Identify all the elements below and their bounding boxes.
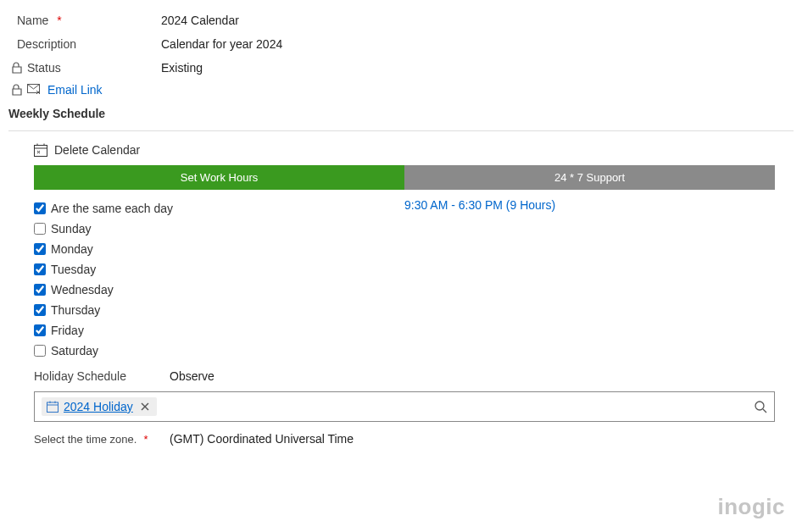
description-value[interactable]: Calendar for year 2024 — [161, 37, 282, 51]
calendar-delete-icon — [34, 143, 47, 157]
lock-icon — [12, 62, 22, 74]
checkbox-wednesday[interactable]: Wednesday — [34, 280, 404, 300]
checkbox-monday-label: Monday — [51, 242, 93, 256]
checkbox-thursday[interactable]: Thursday — [34, 300, 404, 320]
checkbox-same-each-day-label: Are the same each day — [51, 202, 173, 215]
checkbox-sunday-label: Sunday — [51, 222, 91, 236]
required-asterisk: * — [57, 14, 61, 27]
checkbox-monday-input[interactable] — [34, 243, 46, 255]
checkbox-tuesday-input[interactable] — [34, 263, 46, 275]
delete-calendar-button[interactable]: Delete Calendar — [8, 138, 794, 165]
checkbox-wednesday-label: Wednesday — [51, 283, 114, 296]
name-value[interactable]: 2024 Calendar — [161, 14, 239, 27]
holiday-tag-link[interactable]: 2024 Holiday — [64, 400, 133, 413]
timezone-label-text: Select the time zone. — [34, 433, 136, 446]
status-label-text: Status — [27, 61, 61, 75]
delete-calendar-label: Delete Calendar — [54, 143, 140, 157]
checkbox-sunday-input[interactable] — [34, 223, 46, 235]
checkbox-friday-input[interactable] — [34, 324, 46, 336]
status-value: Existing — [161, 61, 203, 75]
description-label: Description — [8, 37, 161, 51]
checkbox-friday-label: Friday — [51, 324, 84, 337]
name-label-text: Name — [17, 14, 48, 27]
required-asterisk: * — [143, 433, 148, 446]
divider — [8, 130, 794, 131]
checkbox-monday[interactable]: Monday — [34, 239, 404, 259]
day-checkboxes: Are the same each day Sunday Monday Tues… — [34, 198, 404, 361]
description-label-text: Description — [17, 37, 76, 51]
checkbox-saturday-input[interactable] — [34, 345, 46, 357]
checkbox-tuesday-label: Tuesday — [51, 263, 96, 276]
holiday-tag-remove[interactable] — [138, 402, 152, 412]
status-label: Status — [8, 61, 161, 75]
svg-line-14 — [763, 409, 766, 413]
checkbox-tuesday[interactable]: Tuesday — [34, 259, 404, 280]
holiday-schedule-label: Holiday Schedule — [34, 369, 170, 383]
checkbox-saturday[interactable]: Saturday — [34, 341, 404, 361]
checkbox-wednesday-input[interactable] — [34, 284, 46, 296]
lock-icon — [12, 84, 22, 96]
tab-set-work-hours[interactable]: Set Work Hours — [34, 165, 404, 190]
email-link[interactable]: Email Link — [47, 83, 103, 97]
holiday-schedule-value[interactable]: Observe — [170, 369, 214, 383]
field-name-row: Name * 2024 Calendar — [8, 8, 794, 32]
checkbox-thursday-input[interactable] — [34, 304, 46, 316]
checkbox-same-each-day[interactable]: Are the same each day — [34, 198, 404, 219]
email-link-row: Email Link — [8, 80, 794, 100]
field-status-row: Status Existing — [8, 56, 794, 80]
checkbox-friday[interactable]: Friday — [34, 320, 404, 341]
weekly-schedule-title: Weekly Schedule — [8, 100, 794, 129]
holiday-lookup-input[interactable]: 2024 Holiday — [34, 391, 775, 422]
schedule-area: Are the same each day Sunday Monday Tues… — [8, 190, 794, 361]
field-description-row: Description Calendar for year 2024 — [8, 32, 794, 56]
timezone-row: Select the time zone. * (GMT) Coordinate… — [8, 422, 794, 452]
holiday-tag: 2024 Holiday — [42, 397, 157, 416]
timezone-value[interactable]: (GMT) Coordinated Universal Time — [170, 432, 354, 446]
name-label: Name * — [8, 14, 161, 27]
checkbox-thursday-label: Thursday — [51, 303, 100, 317]
timezone-label: Select the time zone. * — [34, 433, 170, 446]
hours-column: 9:30 AM - 6:30 PM (9 Hours) — [404, 198, 775, 361]
checkbox-sunday[interactable]: Sunday — [34, 219, 404, 239]
svg-point-13 — [755, 402, 764, 410]
email-icon — [27, 84, 42, 96]
svg-rect-7 — [47, 402, 58, 413]
close-icon — [140, 402, 150, 412]
holiday-schedule-row: Holiday Schedule Observe — [8, 361, 794, 388]
checkbox-same-each-day-input[interactable] — [34, 202, 46, 214]
svg-rect-1 — [35, 146, 47, 157]
work-hours-tabs: Set Work Hours 24 * 7 Support — [34, 165, 775, 190]
search-icon[interactable] — [754, 400, 767, 413]
tab-24-7-support[interactable]: 24 * 7 Support — [404, 165, 775, 190]
calendar-icon — [47, 401, 58, 413]
work-hours-link[interactable]: 9:30 AM - 6:30 PM (9 Hours) — [404, 198, 775, 212]
checkbox-saturday-label: Saturday — [51, 344, 98, 357]
